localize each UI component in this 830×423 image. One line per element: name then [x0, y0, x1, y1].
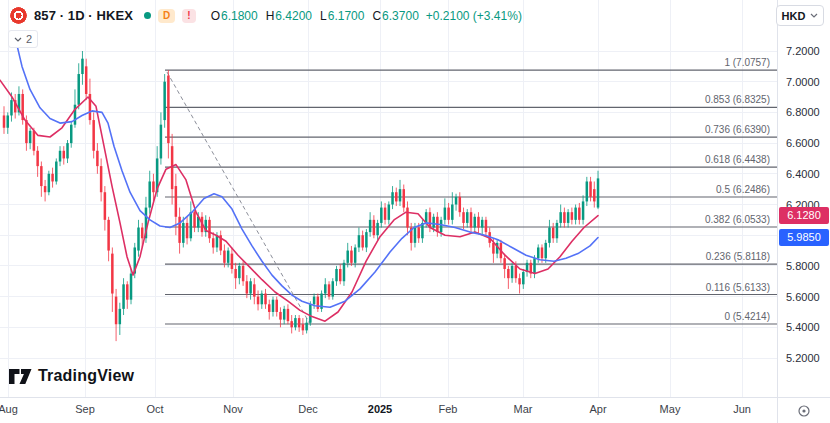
candle-body [399, 189, 402, 201]
candle-body [249, 281, 252, 293]
tradingview-logo[interactable]: TradingView [9, 367, 134, 385]
candle-body [571, 212, 574, 220]
candle-body [227, 251, 230, 263]
candle-body [272, 300, 275, 312]
candle-body [567, 212, 570, 223]
candle-body [238, 266, 241, 278]
fib-retracement-drawing[interactable]: 1 (7.0757)0.853 (6.8325)0.736 (6.6390)0.… [165, 57, 777, 324]
candle-body [302, 324, 305, 330]
time-axis-label: Oct [146, 403, 163, 415]
candle-body [537, 247, 540, 258]
candle-body [462, 212, 465, 223]
candle-body [403, 189, 406, 207]
candle-body [186, 223, 189, 238]
candle-body [365, 232, 368, 247]
time-axis-label: Apr [589, 403, 606, 415]
fib-level-label: 0 (5.4214) [724, 311, 770, 322]
candle-body [582, 201, 585, 219]
petrochina-logo-icon [10, 7, 27, 24]
candle-body [104, 192, 107, 220]
candle-body [369, 220, 372, 232]
currency-label: HKD [782, 10, 806, 22]
scale-settings-icon[interactable] [795, 402, 812, 419]
time-axis-label: Feb [439, 403, 458, 415]
fib-level-label: 0.116 (5.6133) [706, 282, 770, 293]
candle-body [518, 278, 521, 284]
candle-body [111, 254, 114, 294]
candle-body [163, 82, 166, 120]
chevron-down-icon [810, 13, 818, 18]
candle-body [294, 318, 297, 327]
price-axis-label: 5.4000 [786, 321, 820, 333]
symbol-legend[interactable]: 857 · 1D · HKEX D ! O6.1800H6.4200L6.170… [10, 7, 522, 24]
market-status-dot-icon [144, 12, 151, 19]
price-axis-label: 6.4000 [786, 168, 820, 180]
candle-body [141, 228, 144, 239]
interval-badge[interactable]: D [158, 9, 175, 23]
price-axis-label: 7.0000 [786, 76, 820, 88]
candle-body [391, 192, 394, 204]
time-axis-label: Nov [223, 403, 243, 415]
price-axis-label: 6.6000 [786, 137, 820, 149]
currency-dropdown-button[interactable]: HKD [776, 5, 824, 26]
candle-body [178, 217, 181, 243]
candle-body [167, 76, 170, 144]
ohlc-l-value: L6.1700 [320, 9, 364, 23]
fib-trendline[interactable] [167, 72, 310, 324]
candle-body [96, 151, 99, 166]
candle-body [234, 269, 237, 278]
candle-body [328, 284, 331, 296]
candle-body [492, 243, 495, 254]
candle-body [298, 318, 301, 327]
candle-body [373, 220, 376, 235]
price-axis-label: 7.2000 [786, 45, 820, 57]
candle-body [376, 223, 379, 235]
chart-canvas[interactable]: 1 (7.0757)0.853 (6.8325)0.736 (6.6390)0.… [0, 0, 830, 423]
candle-body [473, 217, 476, 228]
candle-body [122, 284, 125, 309]
candle-body [223, 251, 226, 263]
time-axis-label: Aug [0, 403, 18, 415]
candle-body [305, 323, 308, 331]
candle-body [257, 297, 260, 305]
time-axis-label: Sep [75, 403, 95, 415]
ohlc-c-value: C6.3700 [372, 9, 418, 23]
candle-body [522, 272, 525, 284]
candle-body [440, 220, 443, 232]
candle-body [470, 212, 473, 227]
price-axis-label: 6.8000 [786, 106, 820, 118]
candle-body [208, 220, 211, 238]
ohlc-values: O6.1800H6.4200L6.1700C6.3700 [211, 9, 419, 23]
change-value: +0.2100 (+3.41%) [426, 9, 522, 23]
time-axis-label: 2025 [368, 403, 392, 415]
candle-body [556, 223, 559, 238]
candle-body [593, 189, 596, 201]
price-axis-label: 5.6000 [786, 291, 820, 303]
candle-body [212, 238, 215, 247]
candle-body [309, 304, 312, 322]
grid [0, 0, 777, 397]
indicators-count: 2 [26, 33, 32, 45]
fib-level-label: 0.736 (6.6390) [705, 124, 770, 135]
price-axis-label: 5.2000 [786, 352, 820, 364]
candle-body [455, 197, 458, 205]
alert-badge[interactable]: ! [182, 9, 195, 23]
candle-body [335, 269, 338, 281]
candle-body [586, 181, 589, 201]
candle-body [152, 181, 155, 192]
candle-body [190, 212, 193, 238]
indicators-collapse-button[interactable]: 2 [8, 30, 38, 48]
price-badge: 6.1280 [779, 207, 829, 224]
time-axis[interactable]: AugSepOctNovDec2025FebMarAprMayJun [0, 397, 830, 423]
candle-body [432, 217, 435, 228]
fib-level-label: 0.853 (6.8325) [705, 94, 770, 105]
candle-body [384, 208, 387, 220]
price-axis[interactable]: 7.20007.00006.80006.60006.40006.20005.80… [777, 0, 830, 398]
time-axis-label: May [660, 403, 681, 415]
candle-body [279, 312, 282, 320]
candle-body [126, 284, 128, 299]
candle-body [354, 247, 357, 262]
fib-level-label: 0.382 (6.0533) [705, 214, 770, 225]
candle-body [444, 208, 447, 220]
symbol-title[interactable]: 857 · 1D · HKEX [34, 8, 133, 23]
